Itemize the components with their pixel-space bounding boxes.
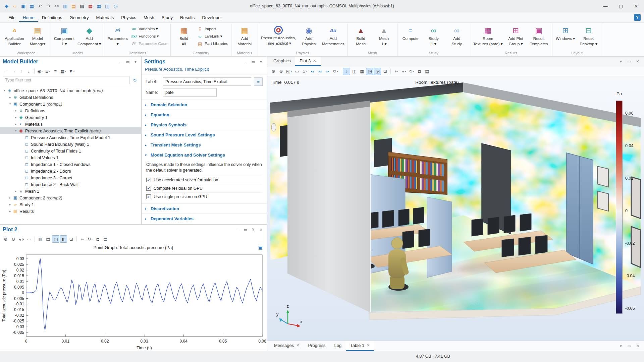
panel-float-icon[interactable]: ▭	[243, 227, 249, 233]
tree-item[interactable]: ▸≡Definitions	[0, 107, 141, 114]
part-libraries-button[interactable]: ▤Part Libraries	[196, 41, 229, 47]
add-plot-group-button[interactable]: ⊞Add PlotGroup ▾	[504, 24, 527, 47]
view-yz-icon[interactable]: yz	[316, 68, 324, 75]
plot2-chart-area[interactable]: Point Graph: Total acoustic pressure (Pa…	[0, 243, 267, 351]
graphics-canvas[interactable]: Time=0.017 s Room Textures (pate) Pa 0.0…	[267, 76, 644, 341]
copy-icon[interactable]: ▥	[61, 2, 69, 10]
section-header[interactable]: ▸Dependent Variables	[142, 214, 267, 224]
tree-expander-icon[interactable]: ▾	[13, 129, 18, 132]
checkbox[interactable]: ✔	[146, 178, 151, 182]
room-textures-button[interactable]: ▦RoomTextures (pate) ▾	[472, 24, 504, 47]
save-all-icon[interactable]: ▦	[28, 2, 36, 10]
result-templates-button[interactable]: ▣ResultTemplates	[528, 24, 550, 47]
comsol-logo[interactable]: ◆	[3, 2, 10, 10]
tree-item[interactable]: ▸▣Component 2(comp2)	[0, 194, 141, 201]
plot-popout-icon[interactable]: ▣	[258, 245, 263, 250]
checkbox[interactable]: ✔	[146, 194, 151, 199]
tree-item[interactable]: ▾◈office_space_63_30T0_N4_ma_out.mph(roo…	[0, 87, 141, 94]
study-1-button[interactable]: ∞Study1 ▾	[422, 24, 445, 47]
lock-axes-icon[interactable]: ⊡	[67, 235, 75, 243]
plot-appearance-icon[interactable]: ◑▾	[78, 235, 86, 243]
go-to-default-view-icon[interactable]: ⌂▾	[301, 68, 308, 75]
tree-expander-icon[interactable]: ▸	[13, 109, 18, 112]
tree-expander-icon[interactable]: ▾	[2, 89, 7, 92]
zoom-box-icon[interactable]: ▭	[293, 68, 301, 75]
tree-expander-icon[interactable]: ▸	[13, 116, 18, 119]
move-up-icon[interactable]: ↑	[17, 67, 25, 75]
model-manager-button[interactable]: ▤ModelManager	[26, 24, 49, 47]
tree-item[interactable]: ◻Sound Hard Boundary (Wall) 1	[0, 141, 141, 147]
tree-item[interactable]: ▸∞Study 1	[0, 201, 141, 208]
y-log-axis-icon[interactable]: ▥	[37, 235, 44, 243]
tree-expander-icon[interactable]: ▸	[13, 122, 18, 126]
tree-expander-icon[interactable]: ▸	[8, 209, 12, 213]
image-effects-icon[interactable]: ◒▾	[400, 68, 408, 75]
tree-filter-input[interactable]	[3, 76, 129, 84]
view-xy-icon[interactable]: xy	[309, 68, 316, 75]
physics-interface-button[interactable]: Pressure Acoustics,Time Explicit ▾	[260, 24, 297, 47]
add-component-button[interactable]: ◆AddComponent ▾	[76, 24, 102, 47]
perspective-projection-icon[interactable]: ◲	[374, 68, 381, 75]
menu-study[interactable]: Study	[158, 13, 176, 22]
build-mesh-button[interactable]: ▲BuildMesh	[350, 24, 372, 47]
orthographic-projection-icon[interactable]: ◳	[366, 68, 373, 75]
compute-button[interactable]: =Compute	[399, 24, 422, 42]
zoom-tool-icon[interactable]: ◎	[112, 2, 119, 10]
expand-all-icon[interactable]: ≡	[52, 67, 59, 75]
component-1-button[interactable]: ▣Component1 ▾	[53, 24, 76, 47]
tree-item[interactable]: ◻Continuity of Total Fields 1	[0, 147, 141, 154]
refresh-icon[interactable]: ↻	[131, 76, 139, 84]
panel-close-icon[interactable]: ✕	[258, 227, 264, 233]
redo-icon[interactable]: ↷	[45, 2, 52, 10]
add-mathematics-button[interactable]: ΔuAddMathematics	[321, 24, 346, 47]
manual-axis-limits-icon[interactable]: ◫	[52, 235, 59, 243]
minimize-button[interactable]: —	[598, 0, 613, 12]
tree-item[interactable]: ▾▣Component 1(comp1)	[0, 101, 141, 107]
tree-item[interactable]: ▸◆Geometry 1	[0, 114, 141, 121]
open-file-icon[interactable]: ▱	[11, 2, 19, 10]
build-all-button[interactable]: ▦BuildAll	[172, 24, 195, 47]
tab-close-icon[interactable]: ✕	[296, 343, 299, 348]
model-builder-window-icon[interactable]: ▦	[87, 2, 94, 10]
section-header[interactable]: ▸Equation	[142, 110, 267, 120]
scene-3d[interactable]	[267, 76, 644, 341]
zoom-in-icon[interactable]: ⊕	[270, 68, 277, 75]
snapshot-icon[interactable]: ◘	[416, 68, 423, 75]
print-icon[interactable]: ▤	[423, 68, 431, 75]
back-icon[interactable]: ←	[2, 67, 9, 75]
panel-collapse-icon[interactable]: –	[243, 59, 249, 65]
view-zx-icon[interactable]: zx	[324, 68, 331, 75]
zoom-extents-icon[interactable]: ◱▾	[285, 68, 293, 75]
reset-desktop-button[interactable]: ⊟ResetDesktop ▾	[577, 24, 600, 47]
scene-appearance-icon[interactable]: ◑▾	[392, 68, 400, 75]
tree-item[interactable]: ◻Impedance 2 - Doors	[0, 168, 141, 174]
add-physics-button[interactable]: ◉AddPhysics	[298, 24, 320, 47]
panel-menu-icon[interactable]: ▾	[132, 59, 139, 65]
menu-materials[interactable]: Materials	[92, 13, 117, 22]
label-edit-icon[interactable]: ≡	[254, 77, 263, 86]
section-header[interactable]: ▾Model Equation and Solver Settings	[142, 150, 267, 160]
application-builder-button[interactable]: AApplicationBuilder	[3, 24, 26, 47]
settings-window-icon[interactable]: ▦	[95, 2, 103, 10]
tree-item[interactable]: ▸⊕Global Definitions	[0, 94, 141, 101]
tree-item[interactable]: ▾◉Pressure Acoustics, Time Explicit(pate…	[0, 127, 141, 134]
tree-expander-icon[interactable]: ▾	[8, 102, 12, 106]
menu-file[interactable]: File	[5, 13, 19, 22]
tab-messages[interactable]: Messages✕	[270, 341, 304, 351]
menu-results[interactable]: Results	[176, 13, 198, 22]
menu-developer[interactable]: Developer	[198, 13, 225, 22]
move-down-icon[interactable]: ↓	[25, 67, 33, 75]
delete-icon[interactable]: ▨	[78, 2, 86, 10]
panel-menu-icon[interactable]: ▾	[258, 59, 264, 65]
tree-expander-icon[interactable]: ▸	[8, 203, 12, 206]
print-icon[interactable]: ▤	[102, 235, 109, 243]
parameters-button[interactable]: PiParameters▾	[106, 24, 129, 47]
menu-physics[interactable]: Physics	[117, 13, 140, 22]
windows-button[interactable]: ⊞Windows ▾	[554, 24, 577, 42]
panel-collapse-icon[interactable]: –	[235, 227, 241, 233]
box-zoom-icon[interactable]: ▭	[25, 235, 33, 243]
tree-expander-icon[interactable]: ▸	[8, 196, 12, 199]
collapse-all-icon[interactable]: ≣▾	[44, 67, 51, 75]
import-button[interactable]: ↧Import	[196, 26, 229, 32]
add-material-button[interactable]: ▦AddMaterial	[233, 24, 256, 47]
